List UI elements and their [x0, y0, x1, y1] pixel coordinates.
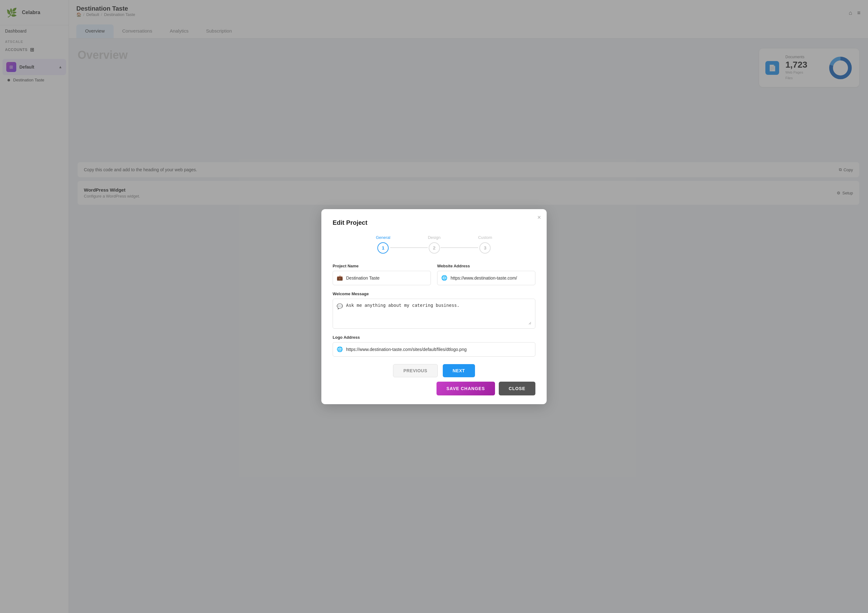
project-name-input[interactable]	[346, 276, 427, 281]
logo-address-group: Logo Address 🌐	[333, 335, 535, 357]
website-address-input[interactable]	[451, 276, 531, 281]
modal-backdrop: × Edit Project General 1 Design 2 Custom…	[0, 0, 868, 613]
project-name-input-wrapper: 💼	[333, 271, 431, 285]
step-general-label: General	[376, 235, 390, 240]
logo-address-label: Logo Address	[333, 335, 535, 340]
step-custom-circle[interactable]: 3	[479, 242, 491, 254]
briefcase-icon: 💼	[337, 275, 343, 281]
action-buttons: SAVE CHANGES CLOSE	[333, 382, 535, 396]
next-button[interactable]: NEXT	[443, 364, 475, 377]
step-design-label: Design	[428, 235, 440, 240]
step-line-2	[440, 247, 478, 248]
edit-project-modal: × Edit Project General 1 Design 2 Custom…	[321, 209, 547, 404]
save-changes-button[interactable]: SAVE CHANGES	[437, 382, 495, 396]
modal-close-button[interactable]: ×	[537, 214, 541, 220]
welcome-message-group: Welcome Message 💬 Ask me anything about …	[333, 292, 535, 329]
step-custom: Custom 3	[478, 235, 492, 254]
step-custom-label: Custom	[478, 235, 492, 240]
welcome-message-wrapper: 💬 Ask me anything about my catering busi…	[333, 299, 535, 329]
modal-title: Edit Project	[333, 219, 535, 227]
chat-icon: 💬	[337, 303, 343, 325]
website-address-group: Website Address 🌐	[437, 264, 535, 285]
globe-icon-2: 🌐	[337, 346, 343, 352]
step-design: Design 2	[428, 235, 440, 254]
logo-address-input-wrapper: 🌐	[333, 342, 535, 357]
website-address-input-wrapper: 🌐	[437, 271, 535, 285]
previous-button[interactable]: PREVIOUS	[393, 364, 437, 377]
website-address-label: Website Address	[437, 264, 535, 268]
welcome-message-label: Welcome Message	[333, 292, 535, 296]
step-general: General 1	[376, 235, 390, 254]
step-general-circle[interactable]: 1	[377, 242, 389, 254]
step-line-1	[390, 247, 428, 248]
project-name-group: Project Name 💼	[333, 264, 431, 285]
globe-icon: 🌐	[441, 275, 448, 281]
welcome-message-textarea[interactable]: Ask me anything about my catering busine…	[346, 303, 531, 325]
close-button[interactable]: CLOSE	[499, 382, 535, 396]
step-design-circle[interactable]: 2	[429, 242, 440, 254]
modal-footer: PREVIOUS NEXT SAVE CHANGES CLOSE	[333, 364, 535, 396]
nav-buttons: PREVIOUS NEXT	[333, 364, 535, 377]
logo-address-input[interactable]	[346, 347, 531, 352]
stepper: General 1 Design 2 Custom 3	[333, 235, 535, 254]
project-name-label: Project Name	[333, 264, 431, 268]
form-row-1: Project Name 💼 Website Address 🌐	[333, 264, 535, 285]
